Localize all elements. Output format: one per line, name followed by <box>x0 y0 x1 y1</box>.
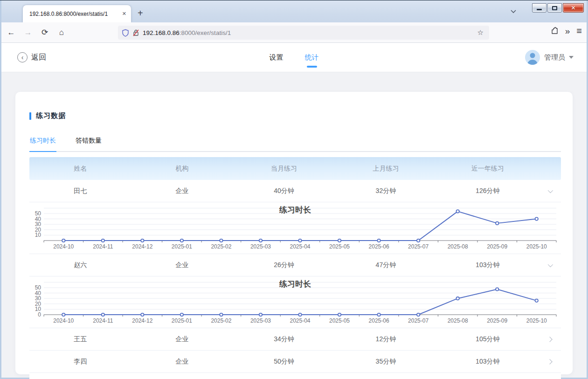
svg-text:2025-05: 2025-05 <box>329 317 350 324</box>
table-cell: 26分钟 <box>233 261 335 269</box>
svg-text:50: 50 <box>35 210 42 217</box>
table-cell: 35分钟 <box>335 358 436 366</box>
table-cell: 企业 <box>131 187 233 195</box>
svg-text:2025-01: 2025-01 <box>172 317 192 324</box>
svg-text:2025-10: 2025-10 <box>526 243 547 250</box>
browser-window: 192.168.0.86:8000/exer/statis/1 ✕ + ✕ ← … <box>0 0 588 379</box>
url-bar[interactable]: 192.168.0.86:8000/exer/statis/1 ☆ <box>118 26 489 40</box>
svg-text:2025-02: 2025-02 <box>211 243 231 250</box>
statistics-card: 练习数据 练习时长答错数量 姓名机构当月练习上月练习近一年练习 田七企业40分钟… <box>15 92 573 374</box>
practice-duration-chart: 010203040502024-102024-112024-122025-012… <box>29 277 561 326</box>
svg-text:2024-12: 2024-12 <box>132 243 152 250</box>
table-row-2: 王五企业34分钟12分钟105分钟 <box>29 328 561 351</box>
svg-text:2025-04: 2025-04 <box>290 317 310 324</box>
practice-duration-chart: 10203040502024-102024-112024-122025-0120… <box>29 203 561 252</box>
url-host: 192.168.0.86 <box>143 29 180 36</box>
expand-row-button[interactable] <box>539 338 561 341</box>
header-tab-0[interactable]: 设置 <box>269 48 284 67</box>
svg-text:2025-08: 2025-08 <box>448 317 468 324</box>
section-label: 练习数据 <box>36 111 66 120</box>
table-cell: 50分钟 <box>233 358 335 366</box>
expand-row-button[interactable] <box>539 360 561 364</box>
metric-tab-1[interactable]: 答错数量 <box>75 132 102 151</box>
column-header: 姓名 <box>29 165 131 173</box>
svg-text:练习时长: 练习时长 <box>279 280 311 289</box>
table-cell: 126分钟 <box>437 187 539 195</box>
chevron-down-icon <box>548 187 553 193</box>
back-button[interactable]: ← <box>4 26 18 40</box>
table-row-3: 李四企业50分钟35分钟103分钟 <box>29 351 561 373</box>
table-cell: 赵六 <box>29 261 131 269</box>
maximize-button[interactable] <box>547 3 562 13</box>
svg-text:2025-03: 2025-03 <box>250 317 271 324</box>
table-cell: 王五 <box>29 335 131 344</box>
svg-text:2024-10: 2024-10 <box>53 243 74 250</box>
close-icon: ✕ <box>571 5 575 11</box>
column-header: 近一年练习 <box>437 165 539 173</box>
table-cell: 李四 <box>29 358 131 366</box>
expanded-chart-row-0: 10203040502024-102024-112024-122025-0120… <box>29 202 561 254</box>
table-cell: 32分钟 <box>335 187 436 195</box>
user-name: 管理员 <box>544 53 565 62</box>
minimize-icon <box>537 9 542 10</box>
statistics-table: 姓名机构当月练习上月练习近一年练习 田七企业40分钟32分钟126分钟10203… <box>29 157 561 379</box>
url-text[interactable]: 192.168.0.86:8000/exer/statis/1 <box>143 29 476 36</box>
svg-text:50: 50 <box>35 284 42 291</box>
table-row-4: 张三企业12分钟98分钟155分钟 <box>29 373 561 379</box>
extensions-puzzle-icon[interactable] <box>551 27 559 35</box>
svg-text:练习时长: 练习时长 <box>279 206 311 214</box>
table-cell: 企业 <box>131 261 233 269</box>
collapse-row-button[interactable] <box>539 189 561 193</box>
svg-text:2025-06: 2025-06 <box>369 317 389 324</box>
home-button[interactable]: ⌂ <box>55 26 69 40</box>
svg-text:2024-11: 2024-11 <box>93 317 113 324</box>
user-dropdown-caret-icon <box>569 56 574 59</box>
overflow-menu-icon[interactable]: » <box>565 26 570 36</box>
table-cell: 103分钟 <box>437 261 539 269</box>
table-cell: 企业 <box>131 358 233 366</box>
forward-button[interactable]: → <box>21 26 35 40</box>
url-path: :8000/exer/statis/1 <box>180 29 231 36</box>
minimize-button[interactable] <box>532 3 546 13</box>
table-cell: 企业 <box>131 335 233 344</box>
app-menu-hamburger-icon[interactable]: ≡ <box>576 26 582 36</box>
svg-text:2025-02: 2025-02 <box>211 317 231 324</box>
section-title: 练习数据 <box>29 111 561 120</box>
back-circle-icon: ‹ <box>17 52 28 62</box>
table-cell: 105分钟 <box>437 335 539 344</box>
table-cell: 田七 <box>29 187 131 195</box>
header-tab-1[interactable]: 统计 <box>304 48 320 67</box>
tracking-shield-icon[interactable] <box>122 29 129 37</box>
browser-toolbar: ← → ⟳ ⌂ 192.168.0.86:8000/exer/statis/1 … <box>1 22 587 43</box>
close-button[interactable]: ✕ <box>563 3 584 13</box>
table-cell: 40分钟 <box>233 187 335 195</box>
metric-tab-0[interactable]: 练习时长 <box>29 132 56 151</box>
svg-text:2024-12: 2024-12 <box>132 317 152 324</box>
bookmark-star-icon[interactable]: ☆ <box>476 28 485 37</box>
collapse-row-button[interactable] <box>539 263 561 267</box>
reload-button[interactable]: ⟳ <box>38 26 52 40</box>
svg-text:2025-01: 2025-01 <box>172 243 192 250</box>
titlebar: 192.168.0.86:8000/exer/statis/1 ✕ + ✕ <box>1 0 587 22</box>
svg-text:2025-03: 2025-03 <box>250 243 271 250</box>
chevron-right-icon <box>547 359 552 364</box>
svg-text:2025-04: 2025-04 <box>290 243 310 250</box>
svg-text:2025-09: 2025-09 <box>487 317 507 324</box>
back-label: 返回 <box>31 53 46 62</box>
user-menu[interactable]: 管理员 <box>525 50 574 65</box>
tab-list-chevron-icon[interactable] <box>508 7 519 19</box>
page-body: 练习数据 练习时长答错数量 姓名机构当月练习上月练习近一年练习 田七企业40分钟… <box>1 72 587 378</box>
svg-text:2025-06: 2025-06 <box>369 243 389 250</box>
back-link[interactable]: ‹ 返回 <box>17 52 46 62</box>
browser-tab[interactable]: 192.168.0.86:8000/exer/statis/1 ✕ <box>23 5 131 22</box>
maximize-icon <box>552 6 557 10</box>
toolbar-right: » ≡ <box>551 26 582 36</box>
column-header: 机构 <box>131 165 233 173</box>
chevron-down-icon <box>548 262 553 267</box>
new-tab-button[interactable]: + <box>138 8 143 18</box>
svg-text:2025-07: 2025-07 <box>408 243 429 250</box>
tab-close-icon[interactable]: ✕ <box>122 11 126 17</box>
page-header: ‹ 返回 设置统计 管理员 <box>1 43 587 72</box>
svg-text:2025-08: 2025-08 <box>448 243 468 250</box>
insecure-lock-icon[interactable] <box>132 29 139 37</box>
